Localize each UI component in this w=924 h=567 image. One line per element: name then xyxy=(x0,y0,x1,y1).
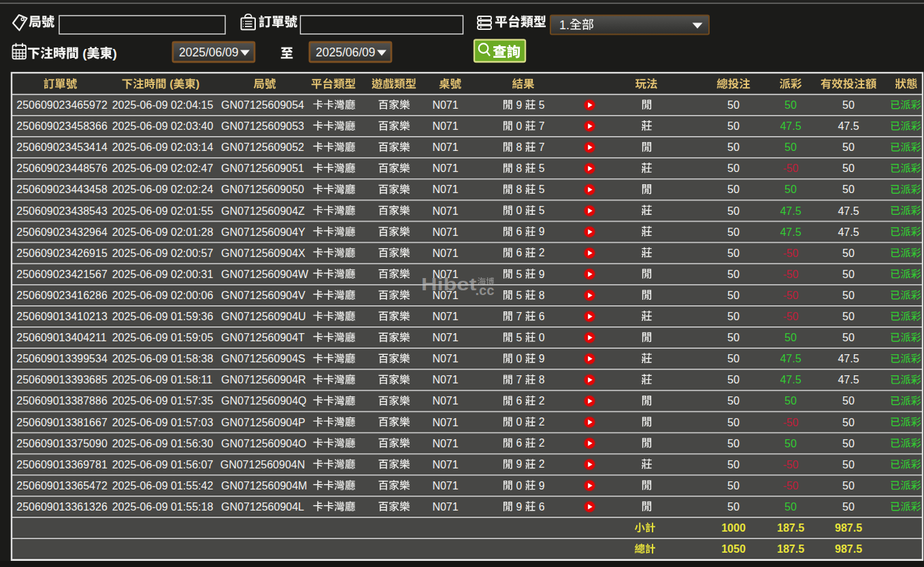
svg-text:250609013369781: 250609013369781 xyxy=(16,459,108,470)
svg-text:N071: N071 xyxy=(432,501,458,513)
svg-text:2025-06-09: 2025-06-09 xyxy=(112,480,168,492)
svg-text:50: 50 xyxy=(842,395,855,407)
svg-text:GN0712560904Q: GN0712560904Q xyxy=(221,395,306,407)
svg-text:2025/06/09: 2025/06/09 xyxy=(179,46,239,59)
svg-text:50: 50 xyxy=(842,141,855,153)
svg-text:GN07125609050: GN07125609050 xyxy=(221,184,304,195)
svg-text:N071: N071 xyxy=(432,226,458,238)
svg-text:2025-06-09: 2025-06-09 xyxy=(112,162,168,174)
svg-text:N071: N071 xyxy=(432,120,458,132)
svg-text:1050: 1050 xyxy=(721,543,746,555)
svg-text:GN07125609053: GN07125609053 xyxy=(221,120,304,132)
svg-text:250609023416286: 250609023416286 xyxy=(16,290,108,301)
svg-text:50: 50 xyxy=(727,184,740,195)
svg-text:GN0712560904X: GN0712560904X xyxy=(221,247,306,259)
svg-text:987.5: 987.5 xyxy=(835,522,862,534)
svg-text:02:03:14: 02:03:14 xyxy=(171,141,213,153)
svg-text:50: 50 xyxy=(727,205,740,217)
svg-text:2: 2 xyxy=(539,458,545,470)
svg-text:GN0712560904O: GN0712560904O xyxy=(221,438,306,449)
svg-text:47.5: 47.5 xyxy=(780,205,801,217)
svg-text:01:56:07: 01:56:07 xyxy=(171,459,213,470)
svg-text:01:58:11: 01:58:11 xyxy=(171,374,212,385)
svg-text:0: 0 xyxy=(516,416,523,428)
svg-text:-50: -50 xyxy=(782,290,798,301)
svg-text:2025-06-09: 2025-06-09 xyxy=(112,290,168,301)
svg-text:7: 7 xyxy=(516,311,523,322)
svg-text:01:56:30: 01:56:30 xyxy=(171,438,213,449)
svg-text:47.5: 47.5 xyxy=(838,353,859,364)
svg-text:987.5: 987.5 xyxy=(835,543,862,555)
svg-text:250609023458366: 250609023458366 xyxy=(16,120,108,132)
svg-text:5: 5 xyxy=(516,269,523,280)
svg-text:50: 50 xyxy=(727,162,740,174)
svg-text:02:00:57: 02:00:57 xyxy=(171,247,213,259)
svg-text:N071: N071 xyxy=(432,162,458,174)
svg-text:2025-06-09: 2025-06-09 xyxy=(112,374,168,385)
svg-text:250609013410213: 250609013410213 xyxy=(16,311,108,322)
svg-text:50: 50 xyxy=(842,269,855,280)
svg-text:02:02:47: 02:02:47 xyxy=(171,162,213,174)
svg-text:GN0712560904L: GN0712560904L xyxy=(221,501,304,513)
svg-text:2025-06-09: 2025-06-09 xyxy=(112,501,168,513)
svg-text:-50: -50 xyxy=(782,311,798,322)
svg-text:250609013381667: 250609013381667 xyxy=(16,417,108,428)
svg-text:250609023432964: 250609023432964 xyxy=(16,226,108,238)
svg-text:50: 50 xyxy=(785,438,797,449)
svg-text:02:00:06: 02:00:06 xyxy=(171,290,213,301)
svg-text:50: 50 xyxy=(727,501,740,513)
svg-text:7: 7 xyxy=(539,141,545,153)
svg-text:50: 50 xyxy=(727,353,740,364)
svg-text:-50: -50 xyxy=(782,247,798,259)
svg-text:50: 50 xyxy=(727,99,740,111)
svg-text:50: 50 xyxy=(727,269,740,280)
svg-text:6: 6 xyxy=(516,226,523,237)
svg-text:50: 50 xyxy=(727,247,740,259)
svg-text:5: 5 xyxy=(539,205,545,216)
svg-text:(: ( xyxy=(82,46,87,61)
svg-text:250609013365472: 250609013365472 xyxy=(16,480,108,492)
svg-text:0: 0 xyxy=(516,353,523,364)
svg-text:GN0712560904M: GN0712560904M xyxy=(221,480,307,492)
svg-text:50: 50 xyxy=(842,332,855,343)
svg-text:-50: -50 xyxy=(782,269,798,280)
svg-text:01:57:35: 01:57:35 xyxy=(171,395,213,407)
svg-text:6: 6 xyxy=(516,437,523,449)
svg-text:50: 50 xyxy=(727,226,740,238)
svg-text:2025-06-09: 2025-06-09 xyxy=(112,205,168,217)
svg-text:250609023453414: 250609023453414 xyxy=(16,141,108,153)
svg-text:7: 7 xyxy=(539,120,545,132)
svg-text:47.5: 47.5 xyxy=(780,120,801,132)
svg-text:N071: N071 xyxy=(432,417,458,428)
svg-text:GN07125609051: GN07125609051 xyxy=(221,162,304,174)
svg-text:GN0712560904S: GN0712560904S xyxy=(221,353,306,364)
svg-text:50: 50 xyxy=(842,501,855,513)
svg-text:): ) xyxy=(113,46,117,61)
svg-text:8: 8 xyxy=(539,290,545,301)
svg-text:GN0712560904R: GN0712560904R xyxy=(221,374,306,385)
svg-text:-50: -50 xyxy=(782,417,798,428)
svg-text:N071: N071 xyxy=(432,205,458,217)
svg-text:2025-06-09: 2025-06-09 xyxy=(112,395,168,407)
svg-text:0: 0 xyxy=(516,480,523,492)
svg-text:50: 50 xyxy=(785,99,797,111)
svg-text:2025-06-09: 2025-06-09 xyxy=(112,141,168,153)
svg-text:02:00:31: 02:00:31 xyxy=(171,269,213,280)
svg-text:250609023426915: 250609023426915 xyxy=(16,247,108,259)
svg-text:0: 0 xyxy=(516,205,523,216)
svg-text:2025-06-09: 2025-06-09 xyxy=(112,226,168,238)
svg-text:9: 9 xyxy=(516,458,523,470)
svg-text:50: 50 xyxy=(842,417,855,428)
svg-text:01:58:38: 01:58:38 xyxy=(171,353,213,364)
svg-text:50: 50 xyxy=(727,374,740,385)
svg-text:250609023421567: 250609023421567 xyxy=(16,269,108,280)
svg-text:N071: N071 xyxy=(432,332,458,343)
svg-text:N071: N071 xyxy=(432,247,458,259)
svg-text:2025/06/09: 2025/06/09 xyxy=(316,46,376,59)
svg-text:47.5: 47.5 xyxy=(838,374,859,385)
svg-text:9: 9 xyxy=(539,353,545,364)
svg-text:5: 5 xyxy=(516,332,523,343)
svg-text:-50: -50 xyxy=(782,459,798,470)
svg-text:2025-06-09: 2025-06-09 xyxy=(112,120,168,132)
svg-text:GN07125609052: GN07125609052 xyxy=(221,141,304,153)
